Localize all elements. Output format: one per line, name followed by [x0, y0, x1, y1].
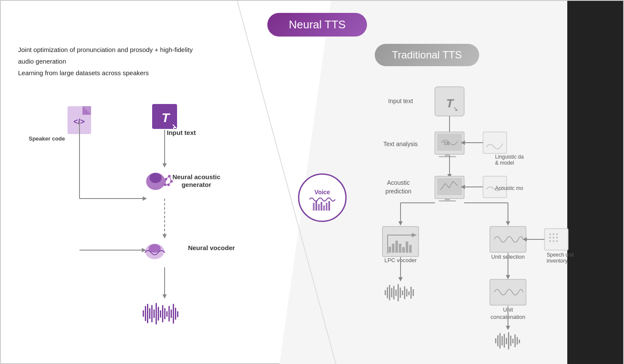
svg-rect-105 [395, 290, 397, 296]
unit-concat-output-waveform [495, 332, 520, 349]
svg-marker-31 [162, 234, 167, 239]
svg-point-138 [553, 233, 554, 235]
svg-text:T: T [446, 97, 455, 110]
svg-rect-47 [160, 310, 161, 318]
svg-marker-117 [506, 326, 510, 330]
svg-point-139 [556, 233, 558, 235]
svg-text:Neural vocoder: Neural vocoder [188, 244, 235, 251]
svg-rect-109 [404, 286, 405, 299]
svg-line-19 [166, 176, 169, 179]
svg-rect-41 [147, 304, 148, 323]
svg-rect-88 [392, 244, 395, 253]
svg-rect-92 [406, 242, 408, 253]
svg-rect-119 [497, 335, 499, 346]
svg-rect-104 [393, 286, 395, 300]
svg-rect-87 [388, 247, 391, 253]
svg-rect-3 [83, 106, 91, 115]
unit-selection-icon [490, 226, 526, 252]
svg-text:Linguistic da: Linguistic da [495, 154, 524, 160]
svg-rect-124 [508, 332, 509, 349]
svg-rect-42 [149, 308, 150, 319]
svg-rect-121 [502, 336, 503, 346]
svg-text:& model: & model [495, 160, 514, 166]
svg-marker-99 [506, 275, 510, 279]
svg-rect-48 [162, 305, 163, 322]
svg-rect-79 [439, 200, 456, 202]
svg-point-144 [553, 240, 554, 242]
svg-marker-28 [143, 196, 147, 201]
svg-text:T: T [162, 110, 171, 125]
svg-text:inventory: inventory [547, 258, 568, 264]
svg-marker-85 [506, 221, 510, 226]
voice-circle [299, 174, 346, 221]
svg-rect-53 [173, 304, 174, 324]
svg-rect-63 [328, 201, 330, 211]
svg-text:Text analysis: Text analysis [383, 141, 418, 147]
svg-rect-129 [519, 340, 520, 343]
svg-text:Acoustic: Acoustic [387, 179, 410, 186]
svg-text:Input text: Input text [167, 129, 196, 136]
svg-text:Input text: Input text [388, 98, 413, 104]
svg-rect-89 [395, 241, 398, 253]
svg-text:Speech unit: Speech unit [547, 252, 574, 258]
svg-rect-43 [151, 305, 153, 322]
svg-point-140 [549, 237, 551, 239]
svg-point-143 [549, 240, 551, 242]
svg-point-12 [150, 173, 162, 183]
neural-vocoder-icon [145, 244, 165, 259]
svg-point-142 [556, 237, 558, 239]
svg-rect-122 [504, 334, 505, 348]
svg-rect-72 [439, 156, 456, 157]
svg-line-21 [168, 181, 171, 185]
svg-rect-62 [326, 203, 327, 211]
neural-tts-label: Neural TTS [289, 18, 346, 31]
svg-rect-120 [499, 333, 501, 349]
svg-text:Speaker code: Speaker code [29, 135, 65, 142]
svg-point-137 [549, 233, 551, 235]
svg-rect-111 [408, 291, 410, 295]
svg-rect-39 [143, 310, 144, 317]
svg-rect-58 [315, 201, 317, 211]
left-output-waveform [143, 303, 178, 324]
svg-rect-78 [445, 199, 450, 200]
svg-rect-128 [517, 337, 518, 345]
input-text-icon-left: T [152, 104, 177, 130]
svg-rect-55 [177, 311, 178, 317]
svg-rect-102 [389, 285, 390, 300]
svg-rect-44 [153, 309, 155, 318]
description-block: Joint optimization of pronunciation and … [18, 44, 193, 79]
svg-rect-57 [313, 203, 315, 211]
svg-point-145 [556, 240, 558, 242]
svg-rect-123 [506, 338, 507, 344]
linguistic-data-icon [483, 132, 507, 153]
svg-rect-110 [406, 289, 407, 297]
svg-text:generator: generator [181, 181, 211, 188]
svg-rect-113 [413, 289, 414, 296]
svg-rect-107 [400, 288, 401, 298]
svg-rect-40 [145, 306, 146, 321]
svg-marker-38 [162, 294, 167, 299]
svg-rect-101 [387, 287, 388, 298]
svg-rect-127 [514, 334, 516, 347]
svg-text:Neural acoustic: Neural acoustic [172, 173, 220, 180]
svg-rect-91 [402, 247, 405, 253]
slide-container: Neural TTS Traditional TTS Joint optimiz… [0, 0, 624, 364]
traditional-tts-label: Traditional TTS [392, 49, 462, 61]
svg-point-141 [553, 237, 554, 239]
traditional-tts-badge: Traditional TTS [375, 44, 479, 66]
svg-rect-118 [495, 338, 496, 343]
speech-unit-inventory-icon [544, 229, 568, 250]
svg-rect-90 [399, 244, 401, 253]
svg-marker-82 [398, 221, 403, 226]
svg-rect-126 [512, 339, 514, 343]
unit-concatenation-icon [490, 279, 526, 305]
svg-rect-112 [410, 287, 412, 299]
svg-rect-106 [398, 284, 399, 301]
svg-rect-51 [168, 306, 170, 321]
desc-line1: Joint optimization of pronunciation and … [18, 44, 193, 55]
svg-rect-103 [391, 288, 392, 297]
neural-tts-badge: Neural TTS [267, 13, 367, 37]
svg-rect-100 [385, 290, 386, 295]
svg-rect-54 [175, 308, 176, 320]
svg-rect-93 [409, 245, 412, 253]
